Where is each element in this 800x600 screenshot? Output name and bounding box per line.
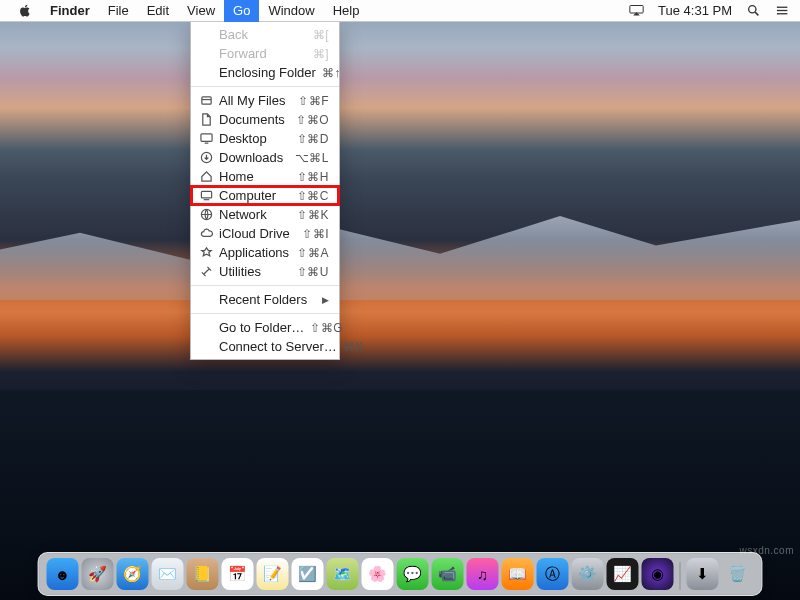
menu-item-shortcut: ⇧⌘D	[297, 132, 329, 146]
menu-item-enclosing-folder[interactable]: Enclosing Folder⌘↑	[191, 63, 339, 82]
menu-item-back: Back⌘[	[191, 25, 339, 44]
menu-item-computer[interactable]: Computer⇧⌘C	[191, 186, 339, 205]
menu-item-label: Go to Folder…	[219, 320, 304, 335]
all-files-icon	[199, 94, 213, 108]
svg-point-6	[777, 6, 779, 8]
menu-item-label: Computer	[219, 188, 291, 203]
go-menu-dropdown: Back⌘[Forward⌘]Enclosing Folder⌘↑All My …	[190, 22, 340, 360]
apple-menu[interactable]	[10, 0, 41, 22]
menu-item-network[interactable]: Network⇧⌘K	[191, 205, 339, 224]
dock-app-calendar[interactable]: 📅	[222, 558, 254, 590]
dock: ☻🚀🧭✉️📒📅📝☑️🗺️🌸💬📹♫📖Ⓐ⚙️📈◉⬇🗑️	[38, 552, 763, 596]
menubar-item-go[interactable]: Go	[224, 0, 259, 22]
menu-item-all-my-files[interactable]: All My Files⇧⌘F	[191, 91, 339, 110]
svg-point-8	[777, 13, 779, 15]
blank-icon	[199, 321, 213, 335]
desktop-wallpaper	[0, 0, 800, 600]
menu-item-label: Documents	[219, 112, 290, 127]
downloads-icon	[199, 151, 213, 165]
menu-item-utilities[interactable]: Utilities⇧⌘U	[191, 262, 339, 281]
blank-icon	[199, 340, 213, 354]
menu-item-label: Home	[219, 169, 291, 184]
menubar-clock[interactable]: Tue 4:31 PM	[658, 3, 732, 18]
spotlight-icon[interactable]	[746, 4, 761, 17]
dock-app-reminders[interactable]: ☑️	[292, 558, 324, 590]
blank-icon	[199, 293, 213, 307]
dock-app-appstore[interactable]: Ⓐ	[537, 558, 569, 590]
menu-item-home[interactable]: Home⇧⌘H	[191, 167, 339, 186]
menu-item-shortcut: ⇧⌘C	[297, 189, 329, 203]
dock-downloads-stack[interactable]: ⬇	[687, 558, 719, 590]
dock-app-itunes[interactable]: ♫	[467, 558, 499, 590]
network-icon	[199, 208, 213, 222]
dock-app-facetime[interactable]: 📹	[432, 558, 464, 590]
menu-item-documents[interactable]: Documents⇧⌘O	[191, 110, 339, 129]
menu-item-applications[interactable]: Applications⇧⌘A	[191, 243, 339, 262]
menu-item-shortcut: ⌘↑	[322, 66, 341, 80]
dock-app-ibooks[interactable]: 📖	[502, 558, 534, 590]
menu-item-desktop[interactable]: Desktop⇧⌘D	[191, 129, 339, 148]
svg-rect-0	[630, 6, 643, 14]
dock-app-preferences[interactable]: ⚙️	[572, 558, 604, 590]
dock-app-photos[interactable]: 🌸	[362, 558, 394, 590]
menubar-item-window[interactable]: Window	[259, 0, 323, 22]
menubar-app-name[interactable]: Finder	[41, 0, 99, 22]
menu-item-label: Forward	[219, 46, 307, 61]
notification-center-icon[interactable]	[775, 4, 790, 17]
menu-item-label: iCloud Drive	[219, 226, 296, 241]
home-icon	[199, 170, 213, 184]
dock-app-maps[interactable]: 🗺️	[327, 558, 359, 590]
menu-separator	[191, 285, 339, 286]
menubar: Finder File Edit View Go Window Help Tue…	[0, 0, 800, 22]
menu-item-label: Desktop	[219, 131, 291, 146]
icloud-icon	[199, 227, 213, 241]
menu-item-shortcut: ⌥⌘L	[295, 151, 329, 165]
svg-line-2	[755, 12, 758, 15]
menu-item-shortcut: ⌘K	[343, 340, 364, 354]
dock-app-finder[interactable]: ☻	[47, 558, 79, 590]
menu-item-shortcut: ⇧⌘F	[298, 94, 329, 108]
menu-item-label: All My Files	[219, 93, 292, 108]
menu-separator	[191, 313, 339, 314]
menu-item-shortcut: ⇧⌘I	[302, 227, 329, 241]
menu-item-label: Back	[219, 27, 307, 42]
menu-item-label: Network	[219, 207, 291, 222]
menu-item-label: Recent Folders	[219, 292, 316, 307]
airplay-icon[interactable]	[629, 4, 644, 17]
dock-app-safari[interactable]: 🧭	[117, 558, 149, 590]
menu-item-icloud-drive[interactable]: iCloud Drive⇧⌘I	[191, 224, 339, 243]
menu-item-shortcut: ⇧⌘H	[297, 170, 329, 184]
dock-app-activity[interactable]: 📈	[607, 558, 639, 590]
dock-app-messages[interactable]: 💬	[397, 558, 429, 590]
menu-item-recent-folders[interactable]: Recent Folders	[191, 290, 339, 309]
dock-app-siri[interactable]: ◉	[642, 558, 674, 590]
dock-app-notes[interactable]: 📝	[257, 558, 289, 590]
menubar-item-help[interactable]: Help	[324, 0, 369, 22]
svg-rect-11	[200, 134, 211, 141]
menu-item-connect-to-server[interactable]: Connect to Server…⌘K	[191, 337, 339, 356]
dock-trash[interactable]: 🗑️	[722, 558, 754, 590]
blank-icon	[199, 66, 213, 80]
menubar-item-view[interactable]: View	[178, 0, 224, 22]
menu-item-label: Utilities	[219, 264, 291, 279]
menu-item-shortcut: ⌘]	[313, 47, 329, 61]
applications-icon	[199, 246, 213, 260]
menu-item-label: Applications	[219, 245, 291, 260]
blank-icon	[199, 28, 213, 42]
menu-item-shortcut: ⇧⌘G	[310, 321, 343, 335]
menu-item-shortcut: ⇧⌘O	[296, 113, 329, 127]
dock-app-launchpad[interactable]: 🚀	[82, 558, 114, 590]
menu-item-label: Downloads	[219, 150, 289, 165]
menu-item-shortcut: ⇧⌘U	[297, 265, 329, 279]
documents-icon	[199, 113, 213, 127]
computer-icon	[199, 189, 213, 203]
dock-app-mail[interactable]: ✉️	[152, 558, 184, 590]
menu-item-label: Connect to Server…	[219, 339, 337, 354]
menubar-item-file[interactable]: File	[99, 0, 138, 22]
svg-rect-9	[201, 97, 210, 104]
menubar-item-edit[interactable]: Edit	[138, 0, 178, 22]
dock-app-contacts[interactable]: 📒	[187, 558, 219, 590]
menu-item-go-to-folder[interactable]: Go to Folder…⇧⌘G	[191, 318, 339, 337]
menu-item-downloads[interactable]: Downloads⌥⌘L	[191, 148, 339, 167]
menu-item-label: Enclosing Folder	[219, 65, 316, 80]
